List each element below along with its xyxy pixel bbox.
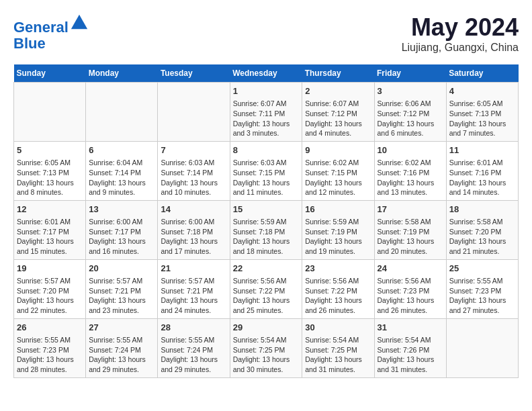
day-number: 7 <box>161 144 226 156</box>
logo: GeneralBlue <box>13 13 89 52</box>
calendar-cell: 28Sunrise: 5:55 AMSunset: 7:24 PMDayligh… <box>158 318 230 377</box>
calendar-cell: 13Sunrise: 6:00 AMSunset: 7:17 PMDayligh… <box>86 200 158 259</box>
subtitle: Liujiang, Guangxi, China <box>402 42 519 54</box>
page-header: GeneralBlue May 2024 Liujiang, Guangxi, … <box>13 13 519 54</box>
day-info: Sunrise: 6:01 AMSunset: 7:16 PMDaylight:… <box>449 158 515 197</box>
day-info: Sunrise: 5:58 AMSunset: 7:20 PMDaylight:… <box>449 217 515 257</box>
calendar-week-3: 12Sunrise: 6:01 AMSunset: 7:17 PMDayligh… <box>14 200 519 259</box>
calendar-cell <box>14 83 86 142</box>
day-info: Sunrise: 5:54 AMSunset: 7:25 PMDaylight:… <box>233 335 300 375</box>
day-number: 27 <box>89 322 154 334</box>
title-block: May 2024 Liujiang, Guangxi, China <box>402 13 519 54</box>
day-info: Sunrise: 5:55 AMSunset: 7:24 PMDaylight:… <box>161 335 226 375</box>
day-info: Sunrise: 6:01 AMSunset: 7:17 PMDaylight:… <box>17 217 83 257</box>
day-info: Sunrise: 6:07 AMSunset: 7:11 PMDaylight:… <box>233 99 300 138</box>
day-number: 1 <box>233 85 300 97</box>
day-number: 20 <box>89 263 154 275</box>
calendar-cell <box>158 83 230 142</box>
day-info: Sunrise: 5:58 AMSunset: 7:19 PMDaylight:… <box>378 217 443 257</box>
day-number: 31 <box>378 322 443 334</box>
day-info: Sunrise: 6:00 AMSunset: 7:18 PMDaylight:… <box>161 217 226 257</box>
day-info: Sunrise: 5:55 AMSunset: 7:24 PMDaylight:… <box>89 335 154 375</box>
day-info: Sunrise: 5:57 AMSunset: 7:20 PMDaylight:… <box>17 276 83 316</box>
calendar-cell: 17Sunrise: 5:58 AMSunset: 7:19 PMDayligh… <box>374 200 446 259</box>
calendar-week-4: 19Sunrise: 5:57 AMSunset: 7:20 PMDayligh… <box>14 259 519 318</box>
weekday-tuesday: Tuesday <box>158 64 230 83</box>
day-info: Sunrise: 6:07 AMSunset: 7:12 PMDaylight:… <box>305 99 371 138</box>
weekday-sunday: Sunday <box>14 64 86 83</box>
day-info: Sunrise: 6:03 AMSunset: 7:14 PMDaylight:… <box>161 158 226 197</box>
day-info: Sunrise: 6:05 AMSunset: 7:13 PMDaylight:… <box>17 158 83 197</box>
calendar-cell: 20Sunrise: 5:57 AMSunset: 7:21 PMDayligh… <box>86 259 158 318</box>
day-number: 26 <box>17 322 83 334</box>
day-number: 8 <box>233 144 300 156</box>
calendar-week-5: 26Sunrise: 5:55 AMSunset: 7:23 PMDayligh… <box>14 318 519 377</box>
day-number: 29 <box>233 322 300 334</box>
day-number: 15 <box>233 203 300 216</box>
calendar-cell: 31Sunrise: 5:54 AMSunset: 7:26 PMDayligh… <box>374 318 446 377</box>
calendar-cell: 29Sunrise: 5:54 AMSunset: 7:25 PMDayligh… <box>230 318 302 377</box>
day-number: 30 <box>305 322 371 334</box>
day-info: Sunrise: 5:57 AMSunset: 7:21 PMDaylight:… <box>89 276 154 316</box>
day-number: 11 <box>449 144 515 156</box>
main-title: May 2024 <box>402 13 519 42</box>
day-info: Sunrise: 5:59 AMSunset: 7:18 PMDaylight:… <box>233 217 300 257</box>
day-info: Sunrise: 5:56 AMSunset: 7:22 PMDaylight:… <box>233 276 300 316</box>
day-number: 12 <box>17 203 83 216</box>
calendar-cell: 25Sunrise: 5:55 AMSunset: 7:23 PMDayligh… <box>446 259 518 318</box>
calendar-cell: 11Sunrise: 6:01 AMSunset: 7:16 PMDayligh… <box>446 141 518 200</box>
weekday-monday: Monday <box>86 64 158 83</box>
logo-text: GeneralBlue <box>13 13 89 52</box>
calendar-cell: 21Sunrise: 5:57 AMSunset: 7:21 PMDayligh… <box>158 259 230 318</box>
calendar-cell: 5Sunrise: 6:05 AMSunset: 7:13 PMDaylight… <box>14 141 86 200</box>
day-number: 18 <box>449 203 515 216</box>
day-number: 23 <box>305 263 371 275</box>
calendar-cell: 9Sunrise: 6:02 AMSunset: 7:15 PMDaylight… <box>302 141 374 200</box>
calendar-cell: 14Sunrise: 6:00 AMSunset: 7:18 PMDayligh… <box>158 200 230 259</box>
day-number: 21 <box>161 263 226 275</box>
day-number: 25 <box>449 263 515 275</box>
day-number: 3 <box>378 85 443 97</box>
calendar-table: SundayMondayTuesdayWednesdayThursdayFrid… <box>13 64 519 378</box>
calendar-cell: 18Sunrise: 5:58 AMSunset: 7:20 PMDayligh… <box>446 200 518 259</box>
calendar-cell: 7Sunrise: 6:03 AMSunset: 7:14 PMDaylight… <box>158 141 230 200</box>
day-number: 4 <box>449 85 515 97</box>
calendar-cell: 19Sunrise: 5:57 AMSunset: 7:20 PMDayligh… <box>14 259 86 318</box>
calendar-cell: 27Sunrise: 5:55 AMSunset: 7:24 PMDayligh… <box>86 318 158 377</box>
svg-marker-0 <box>71 15 87 29</box>
calendar-cell <box>446 318 518 377</box>
day-number: 2 <box>305 85 371 97</box>
day-number: 6 <box>89 144 154 156</box>
weekday-thursday: Thursday <box>302 64 374 83</box>
day-number: 10 <box>378 144 443 156</box>
day-number: 24 <box>378 263 443 275</box>
day-info: Sunrise: 6:02 AMSunset: 7:16 PMDaylight:… <box>378 158 443 197</box>
calendar-cell: 1Sunrise: 6:07 AMSunset: 7:11 PMDaylight… <box>230 83 302 142</box>
day-number: 14 <box>161 203 226 216</box>
calendar-cell: 12Sunrise: 6:01 AMSunset: 7:17 PMDayligh… <box>14 200 86 259</box>
calendar-cell: 10Sunrise: 6:02 AMSunset: 7:16 PMDayligh… <box>374 141 446 200</box>
day-number: 22 <box>233 263 300 275</box>
day-number: 17 <box>378 203 443 216</box>
day-number: 19 <box>17 263 83 275</box>
logo-icon <box>70 13 89 32</box>
day-info: Sunrise: 5:55 AMSunset: 7:23 PMDaylight:… <box>17 335 83 375</box>
day-number: 28 <box>161 322 226 334</box>
calendar-cell: 16Sunrise: 5:59 AMSunset: 7:19 PMDayligh… <box>302 200 374 259</box>
weekday-wednesday: Wednesday <box>230 64 302 83</box>
day-info: Sunrise: 6:05 AMSunset: 7:13 PMDaylight:… <box>449 99 515 138</box>
calendar-week-2: 5Sunrise: 6:05 AMSunset: 7:13 PMDaylight… <box>14 141 519 200</box>
day-number: 9 <box>305 144 371 156</box>
calendar-cell: 24Sunrise: 5:56 AMSunset: 7:23 PMDayligh… <box>374 259 446 318</box>
day-number: 13 <box>89 203 154 216</box>
calendar-cell: 15Sunrise: 5:59 AMSunset: 7:18 PMDayligh… <box>230 200 302 259</box>
weekday-saturday: Saturday <box>446 64 518 83</box>
weekday-friday: Friday <box>374 64 446 83</box>
day-info: Sunrise: 6:03 AMSunset: 7:15 PMDaylight:… <box>233 158 300 197</box>
day-info: Sunrise: 6:02 AMSunset: 7:15 PMDaylight:… <box>305 158 371 197</box>
day-info: Sunrise: 5:54 AMSunset: 7:25 PMDaylight:… <box>305 335 371 375</box>
day-info: Sunrise: 5:55 AMSunset: 7:23 PMDaylight:… <box>449 276 515 316</box>
calendar-cell: 4Sunrise: 6:05 AMSunset: 7:13 PMDaylight… <box>446 83 518 142</box>
day-info: Sunrise: 5:57 AMSunset: 7:21 PMDaylight:… <box>161 276 226 316</box>
day-info: Sunrise: 6:04 AMSunset: 7:14 PMDaylight:… <box>89 158 154 197</box>
